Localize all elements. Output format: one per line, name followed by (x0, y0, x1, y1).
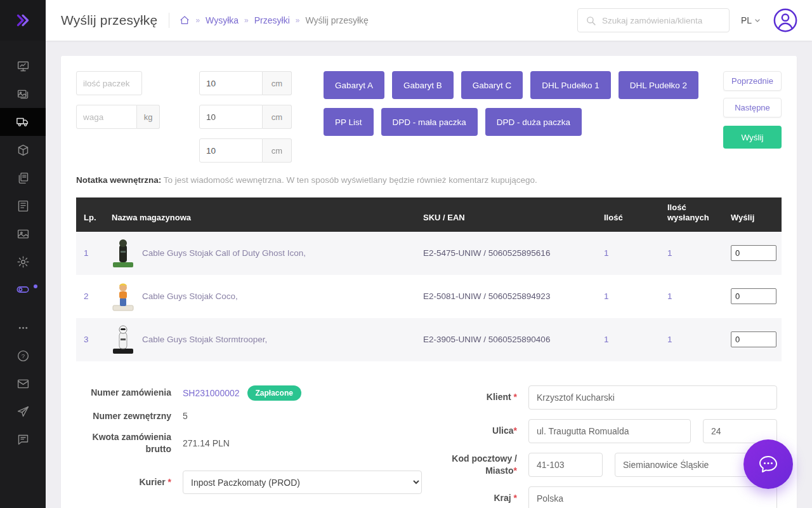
sidebar-item-mail[interactable] (0, 370, 46, 398)
sidebar-item-dashboard[interactable] (0, 52, 46, 80)
home-link[interactable] (180, 15, 190, 25)
table-row: 3 Cable Guys Stojak Stormtrooper, (76, 318, 782, 361)
sidebar-item-chat[interactable] (0, 425, 46, 453)
postcode-city-label: Kod pocztowy / Miasto* (422, 453, 517, 476)
chat-terminal-icon (16, 433, 30, 446)
send-quantity-input[interactable] (731, 331, 776, 347)
product-image (112, 324, 134, 355)
row-sku: E2-5475-UNIW / 5060525895616 (418, 232, 599, 275)
sidebar-item-documents[interactable] (0, 164, 46, 192)
order-number-link[interactable]: SH231000002 (183, 388, 240, 398)
documents-icon (16, 171, 30, 185)
required-mark: * (168, 477, 171, 487)
send-quantity-input[interactable] (731, 288, 776, 304)
shipment-card: kg cm cm cm Gabaryt A (61, 56, 797, 508)
dimension-length-input[interactable] (199, 71, 263, 95)
required-mark: * (514, 493, 517, 503)
dimension-group: cm (199, 138, 292, 163)
preset-dpd-mala-button[interactable]: DPD - mała paczka (381, 108, 478, 136)
client-input[interactable] (528, 385, 777, 410)
sidebar-item-integrations[interactable] (0, 276, 46, 304)
breadcrumb-separator: » (244, 16, 249, 25)
size-presets: Gabaryt A Gabaryt B Gabaryt C DHL Pudełk… (324, 71, 698, 136)
package-icon (16, 144, 30, 157)
country-label: Kraj * (422, 492, 517, 504)
header: Wyślij przesyłkę » Wysyłka » Przesyłki »… (46, 0, 812, 41)
col-header-send: Wyślij (726, 197, 782, 232)
product-name-link[interactable]: Cable Guys Stojak Call of Duty Ghost Ico… (142, 248, 306, 258)
products-table: Lp. Nazwa magazynowa SKU / EAN Ilość Ilo… (76, 197, 782, 361)
chat-bubble-icon (757, 453, 780, 476)
sidebar-item-shipping[interactable] (0, 108, 46, 136)
sidebar-item-gallery[interactable] (0, 80, 46, 108)
col-header-qty: Ilość (599, 197, 662, 232)
gross-amount-label: Kwota zamówienia brutto (76, 431, 171, 455)
sidebar-item-products[interactable] (0, 136, 46, 164)
send-button[interactable]: Wyślij (723, 126, 782, 149)
row-lp: 1 (76, 232, 107, 275)
next-button[interactable]: Następne (723, 98, 782, 117)
parcel-count-input[interactable] (76, 71, 142, 95)
app-logo[interactable] (0, 0, 46, 41)
weight-input[interactable] (76, 105, 137, 129)
product-name-link[interactable]: Cable Guys Stojak Coco, (142, 291, 238, 301)
sidebar-item-campaigns[interactable] (0, 398, 46, 425)
product-image (112, 238, 134, 269)
search-icon (586, 15, 596, 26)
sidebar-item-invoices[interactable] (0, 192, 46, 220)
external-number-value: 5 (183, 411, 188, 421)
table-row: 1 Cable Guys Stojak Call of Duty Ghost I… (76, 232, 782, 275)
dimension-width-input[interactable] (199, 105, 263, 129)
sidebar-item-media[interactable] (0, 220, 46, 248)
main-content: kg cm cm cm Gabaryt A (46, 41, 812, 508)
shipment-form: kg cm cm cm Gabaryt A (76, 71, 782, 163)
street-input[interactable] (528, 419, 691, 443)
courier-label: Kurier * (76, 476, 171, 488)
user-avatar[interactable] (773, 8, 798, 33)
preset-gabaryt-b-button[interactable]: Gabaryt B (392, 71, 454, 99)
preset-dhl-pudelko-2-button[interactable]: DHL Pudełko 2 (619, 71, 698, 99)
internal-note: Notatka wewnętrzna: To jest wiadomość we… (76, 175, 782, 185)
preset-pp-list-button[interactable]: PP List (324, 108, 374, 136)
product-name-link[interactable]: Cable Guys Stojak Stormtrooper, (142, 335, 267, 344)
country-input[interactable] (528, 486, 777, 508)
sidebar-item-settings[interactable] (0, 248, 46, 276)
breadcrumb-separator: » (296, 16, 300, 25)
breadcrumb-item-przesylki[interactable]: Przesyłki (254, 15, 290, 25)
search-input[interactable] (602, 16, 721, 25)
preset-dpd-duza-button[interactable]: DPD - duża paczka (485, 108, 582, 136)
dimension-group: cm (199, 71, 292, 95)
courier-select[interactable]: Inpost Paczkomaty (PROD) (183, 471, 422, 494)
preset-dhl-pudelko-1-button[interactable]: DHL Pudełko 1 (530, 71, 610, 99)
language-selector[interactable]: PL (741, 15, 761, 25)
breadcrumb-item-wysylka[interactable]: Wysyłka (206, 15, 239, 25)
gross-amount-value: 271.14 PLN (183, 438, 230, 448)
postcode-input[interactable] (528, 453, 603, 477)
sidebar-item-help[interactable]: ? (0, 342, 46, 370)
row-sent: 1 (662, 275, 726, 318)
previous-button[interactable]: Poprzednie (723, 71, 782, 91)
sidebar-item-more[interactable] (0, 314, 46, 342)
client-label: Klient * (422, 391, 517, 403)
street-label: Ulica* (422, 425, 517, 436)
internal-note-text: To jest wiadomość wewnętrzna. W ten spos… (164, 175, 537, 185)
col-header-sku: SKU / EAN (418, 197, 599, 232)
invoice-icon (16, 199, 30, 213)
preset-gabaryt-a-button[interactable]: Gabaryt A (324, 71, 384, 99)
send-quantity-input[interactable] (731, 245, 776, 261)
user-avatar-icon (773, 8, 798, 33)
settings-gear-icon (16, 255, 30, 269)
shipping-icon (16, 115, 30, 129)
svg-text:?: ? (21, 352, 24, 359)
sidebar-nav: ? (0, 41, 46, 453)
help-icon: ? (16, 349, 30, 363)
row-sku: E2-3905-UNIW / 5060525890406 (418, 318, 599, 361)
required-mark: * (514, 425, 517, 436)
chat-fab-button[interactable] (743, 439, 793, 489)
order-summary: Numer zamówienia SH231000002 Zapłacone N… (76, 385, 422, 508)
page-title: Wyślij przesyłkę (61, 13, 157, 28)
chevron-down-icon (754, 17, 761, 24)
preset-gabaryt-c-button[interactable]: Gabaryt C (461, 71, 523, 99)
dimension-height-input[interactable] (199, 138, 263, 163)
more-ellipsis-icon (16, 321, 30, 335)
